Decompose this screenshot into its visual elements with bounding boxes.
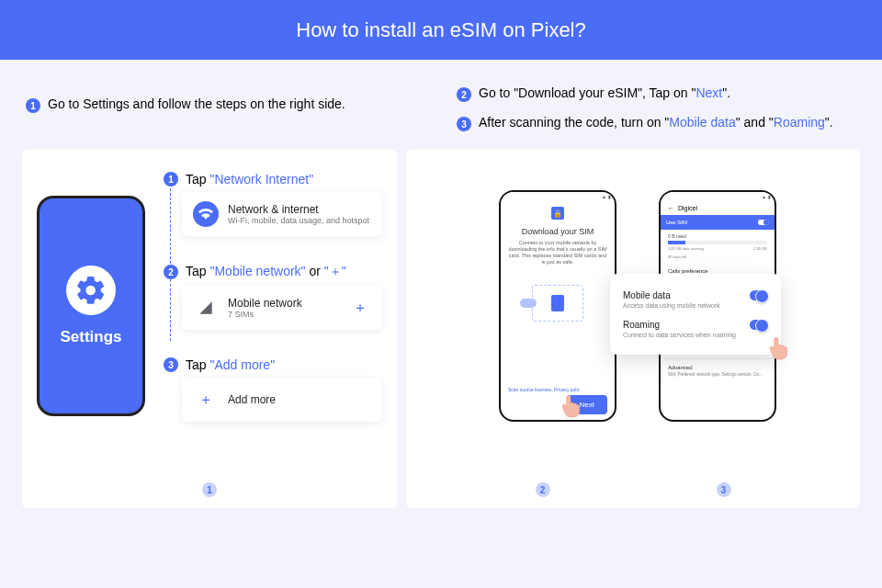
panel-number-badge: 1	[202, 482, 217, 497]
status-bar: ▲▮	[501, 192, 615, 201]
step-badge: 2	[164, 265, 178, 279]
card-title: Add more	[228, 393, 276, 406]
data-usage-bar	[668, 241, 767, 244]
card-subtitle: 7 SIMs	[228, 310, 302, 319]
mobile-data-toggle-row[interactable]: Mobile data Access data using mobile net…	[623, 285, 768, 314]
phone-screen-title: Download your SIM	[501, 227, 615, 236]
wifi-icon	[193, 201, 219, 227]
intro-step-2-text: Go to "Download your eSIM", Tap on "Next…	[479, 85, 730, 100]
panel-number-badge: 3	[717, 482, 731, 497]
gear-icon	[66, 266, 116, 315]
use-sim-toggle-row[interactable]: Use SIM	[661, 215, 775, 230]
intro-step-2: 2 Go to "Download your eSIM", Tap on "Ne…	[457, 85, 860, 102]
panel-settings-steps: Settings 1 Tap "Network Internet" Networ…	[22, 150, 397, 508]
step-badge: 2	[457, 87, 471, 102]
card-title: Network & internet	[228, 203, 369, 216]
card-add-more[interactable]: ＋ Add more	[182, 378, 382, 422]
panel-phone-screens: ▲▮ 🔒 Download your SIM Connect to your m…	[406, 150, 860, 508]
next-button[interactable]: Next	[567, 395, 607, 414]
advanced-row[interactable]: AdvancedSIM, Preferred network type, Set…	[661, 359, 775, 382]
step-badge: 1	[164, 172, 178, 187]
panel-number-badge: 2	[536, 482, 550, 497]
toggle-switch[interactable]	[750, 320, 768, 330]
page-title: How to install an eSIM on Pixel?	[296, 18, 586, 42]
intro-step-1-text: Go to Settings and follow the steps on t…	[48, 96, 345, 111]
card-mobile-network[interactable]: Mobile network 7 SIMs ＋	[182, 286, 382, 330]
toggle-overlay-card: Mobile data Access data using mobile net…	[610, 274, 781, 355]
plus-icon[interactable]: ＋	[349, 299, 371, 318]
phone-screen-desc: Connect to your mobile network by downlo…	[501, 240, 615, 266]
privacy-link[interactable]: Scan source licenses, Privacy polic	[508, 387, 580, 392]
phone-settings-mock: Settings	[37, 196, 145, 416]
intro-step-3-text: After scanning the code, turn on "Mobile…	[479, 115, 833, 130]
card-network-internet[interactable]: Network & internet Wi-Fi, mobile, data u…	[182, 192, 382, 236]
card-subtitle: Wi-Fi, mobile, data usage, and hotspot	[228, 216, 369, 225]
back-icon[interactable]: ←	[668, 205, 674, 211]
toggle-switch[interactable]	[758, 220, 769, 225]
status-bar: ▲▮	[661, 192, 775, 201]
phone-settings-label: Settings	[60, 328, 121, 346]
substep-3: 3 Tap "Add more" ＋ Add more	[164, 357, 382, 422]
plus-icon: ＋	[193, 387, 219, 413]
intro-step-3: 3 After scanning the code, turn on "Mobi…	[457, 115, 860, 131]
scan-area	[532, 285, 583, 322]
step-badge: 3	[164, 357, 178, 372]
carrier-name: Digicel	[678, 205, 697, 211]
roaming-toggle-row[interactable]: Roaming Connect to data services when ro…	[623, 314, 768, 344]
step-badge: 3	[457, 117, 471, 131]
substep-2: 2 Tap "Mobile network" or "＋" Mobile net…	[164, 264, 382, 330]
toggle-switch[interactable]	[750, 290, 768, 300]
intro-steps: 1 Go to Settings and follow the steps on…	[0, 60, 882, 150]
cloud-icon	[520, 299, 537, 308]
sim-card-icon	[551, 295, 564, 311]
signal-icon	[193, 295, 219, 321]
card-title: Mobile network	[228, 297, 302, 310]
intro-step-1: 1 Go to Settings and follow the steps on…	[26, 85, 429, 131]
phone-download-sim: ▲▮ 🔒 Download your SIM Connect to your m…	[499, 190, 616, 422]
shield-icon: 🔒	[551, 207, 564, 220]
page-header: How to install an eSIM on Pixel?	[0, 0, 882, 60]
data-used-label: 0 B used	[661, 230, 775, 239]
step-badge: 1	[26, 98, 40, 113]
substep-1: 1 Tap "Network Internet" Network & inter…	[164, 172, 382, 236]
